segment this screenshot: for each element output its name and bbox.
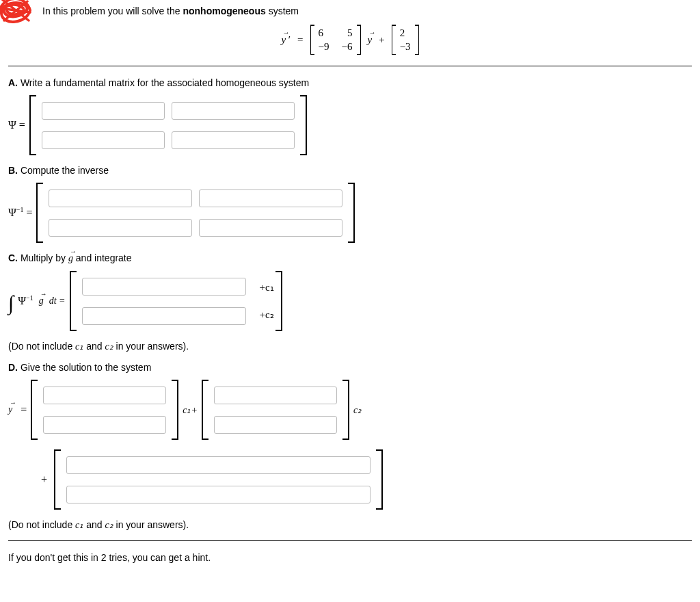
a-input-12[interactable] xyxy=(172,102,295,120)
part-b-answer: Ψ−1 = xyxy=(8,183,692,243)
a-input-22[interactable] xyxy=(172,131,295,149)
right-bracket-icon xyxy=(275,271,282,331)
part-d-note: (Do not include c₁ and c₂ in your answer… xyxy=(8,519,692,531)
d3-input-2[interactable] xyxy=(66,486,371,503)
part-d-answer-line1: →y = c₁+ c₂ xyxy=(8,380,692,440)
b-input-22[interactable] xyxy=(199,219,342,237)
b-input-21[interactable] xyxy=(49,219,192,237)
d2-input-1[interactable] xyxy=(214,387,337,404)
divider xyxy=(8,66,692,66)
b-input-11[interactable] xyxy=(49,189,192,207)
psi-inv-label: Ψ−1 = xyxy=(8,206,32,219)
d3-input-1[interactable] xyxy=(66,456,371,474)
left-bracket-icon xyxy=(31,380,38,440)
right-bracket-icon xyxy=(376,449,383,510)
intro-suffix: system xyxy=(266,5,299,16)
part-c-label: C. Multiply by →g and integrate xyxy=(8,252,692,264)
intro-bold: nonhomogeneous xyxy=(183,5,265,16)
d2-input-2[interactable] xyxy=(214,416,337,434)
c1-plus-label: c₁+ xyxy=(183,404,198,416)
plus-label: + xyxy=(41,473,47,486)
left-bracket-icon xyxy=(54,449,61,510)
integral-icon: ∫ xyxy=(8,296,14,310)
c2-label: c₂ xyxy=(353,404,362,416)
part-c-answer: ∫ Ψ−1 →g dt = +c₁ +c₂ xyxy=(8,271,692,331)
part-b-label: B. Compute the inverse xyxy=(8,165,692,176)
part-d-label: D. Give the solution to the system xyxy=(8,362,692,373)
scribble-annotation xyxy=(0,0,37,27)
left-bracket-icon xyxy=(36,183,43,243)
part-a-label: A. Write a fundamental matrix for the as… xyxy=(8,77,692,88)
system-equation: →y ′ = 65 −9−6 →y + 2 −3 xyxy=(8,25,692,55)
c-input-2[interactable] xyxy=(82,307,246,325)
hint-text: If you don't get this in 2 tries, you ca… xyxy=(8,552,692,563)
left-bracket-icon xyxy=(29,95,36,155)
right-bracket-icon xyxy=(342,380,349,440)
left-bracket-icon xyxy=(70,271,77,331)
part-a-answer: Ψ = xyxy=(8,95,692,155)
problem-intro: In this problem you will solve the nonho… xyxy=(42,5,692,16)
part-c-note: (Do not include c₁ and c₂ in your answer… xyxy=(8,341,692,352)
b-input-12[interactable] xyxy=(199,189,342,207)
psi-label: Ψ = xyxy=(8,119,25,131)
part-d-answer-line2: + xyxy=(38,449,692,510)
left-bracket-icon xyxy=(202,380,208,440)
d1-input-1[interactable] xyxy=(43,387,166,404)
a-input-21[interactable] xyxy=(42,131,165,149)
right-bracket-icon xyxy=(348,183,355,243)
divider xyxy=(8,540,692,541)
c-input-1[interactable] xyxy=(82,278,246,296)
plus-c1-label: +c₁ xyxy=(260,281,274,293)
intro-prefix: In this problem you will solve the xyxy=(42,5,183,16)
right-bracket-icon xyxy=(172,380,178,440)
d1-input-2[interactable] xyxy=(43,416,166,434)
plus-c2-label: +c₂ xyxy=(260,309,274,321)
a-input-11[interactable] xyxy=(42,102,165,120)
right-bracket-icon xyxy=(300,95,307,155)
